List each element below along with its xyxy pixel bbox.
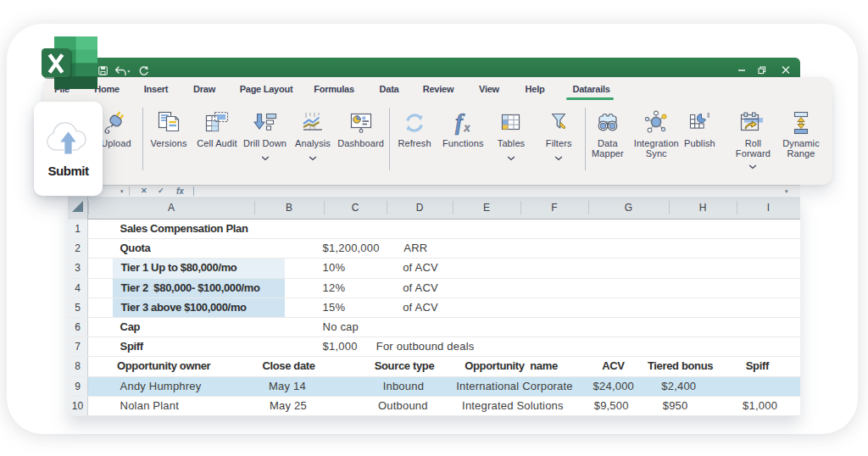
svg-text:x: x	[464, 121, 470, 134]
